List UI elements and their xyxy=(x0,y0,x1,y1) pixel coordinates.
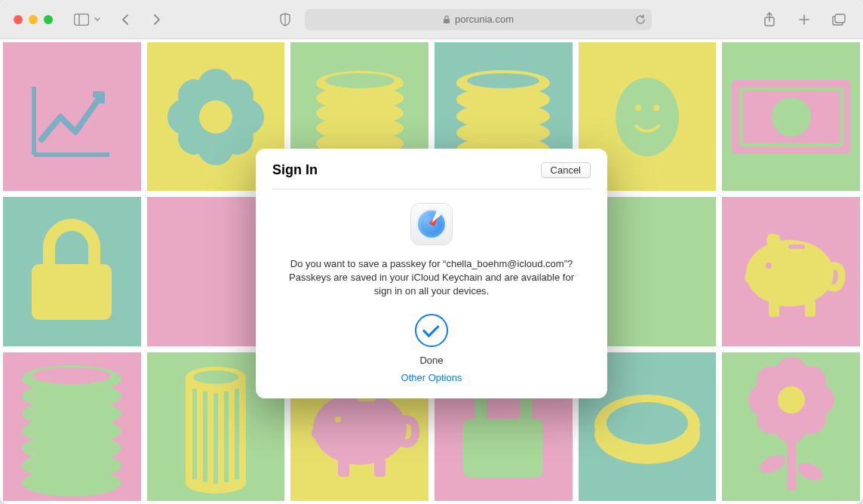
svg-point-37 xyxy=(766,263,772,269)
plus-icon xyxy=(798,14,810,26)
svg-point-49 xyxy=(32,367,111,384)
window-maximize-button[interactable] xyxy=(44,15,53,24)
svg-point-29 xyxy=(616,78,679,156)
titlebar: porcunia.com xyxy=(0,0,863,39)
modal-title: Sign In xyxy=(272,162,318,178)
tile-chart xyxy=(0,39,144,194)
toolbar-right-group xyxy=(759,9,849,30)
svg-point-28 xyxy=(467,73,539,88)
back-button[interactable] xyxy=(115,9,136,30)
svg-point-79 xyxy=(757,452,788,477)
done-label: Done xyxy=(419,355,443,366)
page-content: Sign In Cancel Do you want to save a pas… xyxy=(0,39,863,504)
chevron-left-icon xyxy=(121,14,129,26)
other-options-link[interactable]: Other Options xyxy=(401,372,462,383)
tile-bill xyxy=(719,39,863,194)
chevron-down-icon xyxy=(94,17,100,22)
shield-icon xyxy=(279,13,291,26)
svg-point-21 xyxy=(325,73,395,88)
forward-button[interactable] xyxy=(146,9,167,30)
svg-point-53 xyxy=(193,370,238,384)
tile-lock-1 xyxy=(0,194,144,349)
svg-point-80 xyxy=(794,459,825,484)
lock-icon xyxy=(443,15,450,24)
modal-header: Sign In Cancel xyxy=(272,162,591,189)
done-check-circle xyxy=(415,314,448,347)
svg-point-14 xyxy=(199,100,232,134)
chevron-right-icon xyxy=(153,14,161,26)
svg-rect-35 xyxy=(32,264,112,320)
new-tab-button[interactable] xyxy=(794,9,815,30)
tabs-overview-button[interactable] xyxy=(828,9,849,30)
modal-body: Do you want to save a passkey for “chell… xyxy=(272,189,591,383)
svg-rect-62 xyxy=(338,459,349,477)
browser-window: porcunia.com xyxy=(0,0,863,504)
svg-point-31 xyxy=(653,105,659,111)
svg-rect-41 xyxy=(788,244,805,249)
svg-rect-3 xyxy=(444,19,450,23)
tile-piggy xyxy=(719,194,863,349)
reload-icon xyxy=(635,14,646,25)
sidebar-toggle-group xyxy=(71,9,103,30)
svg-rect-63 xyxy=(374,459,385,477)
svg-point-61 xyxy=(312,426,331,441)
svg-point-77 xyxy=(778,386,805,413)
tabs-icon xyxy=(832,14,846,26)
compass-icon xyxy=(416,209,447,239)
svg-point-38 xyxy=(745,271,763,284)
svg-rect-65 xyxy=(463,419,543,478)
toolbar-left-group xyxy=(71,9,167,30)
window-minimize-button[interactable] xyxy=(29,15,38,24)
svg-point-60 xyxy=(335,416,341,423)
safari-app-icon xyxy=(410,203,453,245)
nav-arrows xyxy=(115,9,167,30)
svg-point-34 xyxy=(772,97,811,137)
share-icon xyxy=(763,12,775,27)
svg-point-68 xyxy=(607,402,688,444)
svg-rect-5 xyxy=(835,14,845,23)
svg-rect-40 xyxy=(805,300,815,317)
svg-rect-39 xyxy=(769,300,779,317)
svg-rect-78 xyxy=(787,438,796,490)
tile-coins-3 xyxy=(0,349,144,504)
address-bar[interactable]: porcunia.com xyxy=(305,9,652,30)
toolbar-center: porcunia.com xyxy=(183,9,744,30)
check-icon xyxy=(422,320,440,337)
modal-description: Do you want to save a passkey for “chell… xyxy=(288,257,575,299)
tile-flower-2 xyxy=(719,349,863,504)
svg-rect-0 xyxy=(75,14,89,25)
svg-point-30 xyxy=(635,105,641,111)
share-button[interactable] xyxy=(759,9,780,30)
window-controls xyxy=(14,15,53,24)
sidebar-dropdown-button[interactable] xyxy=(92,9,103,30)
privacy-report-button[interactable] xyxy=(275,9,296,30)
address-bar-url: porcunia.com xyxy=(455,14,514,25)
passkey-modal: Sign In Cancel Do you want to save a pas… xyxy=(256,149,607,398)
cancel-button[interactable]: Cancel xyxy=(541,162,591,178)
sidebar-icon xyxy=(74,14,89,26)
reload-button[interactable] xyxy=(635,14,646,25)
sidebar-toggle-button[interactable] xyxy=(71,9,92,30)
window-close-button[interactable] xyxy=(14,15,23,24)
